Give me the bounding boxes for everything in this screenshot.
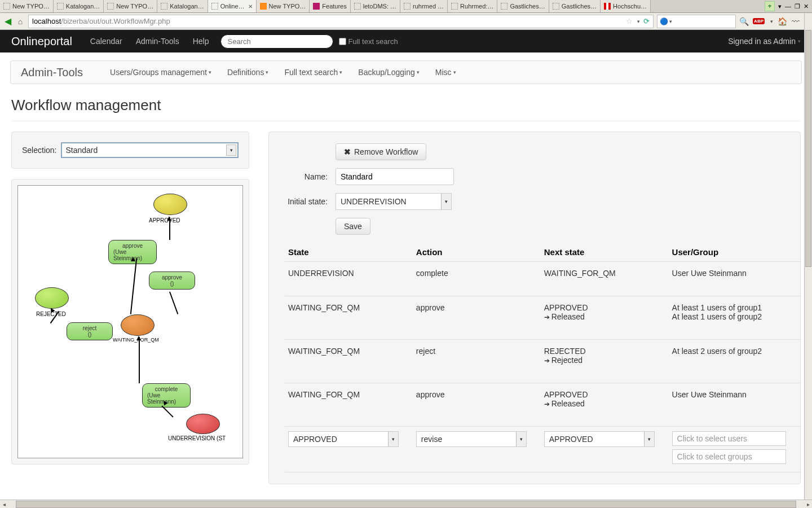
chevron-down-icon: ▾ <box>453 69 456 75</box>
back-button[interactable]: ◀ <box>3 17 12 26</box>
col-action: Action <box>413 243 541 262</box>
browser-tab[interactable]: letoDMS: … <box>351 0 400 12</box>
window-minimize-icon[interactable]: — <box>785 3 791 10</box>
col-state: State <box>285 243 413 262</box>
workflow-diagram-panel: APPROVED approve(Uwe Steinmann) approve(… <box>11 179 249 465</box>
remove-workflow-button[interactable]: ✖ Remove Workflow <box>336 143 426 160</box>
initial-state-select[interactable]: UNDERREVISION ▾ <box>336 193 452 210</box>
star-icon[interactable]: ☆ <box>626 17 633 25</box>
table-row: WAITING_FOR_QMapproveAPPROVED➔ReleasedAt… <box>285 296 800 340</box>
browser-tab[interactable]: Gastliches… <box>497 0 549 12</box>
search-engine-field[interactable]: 🔵▾ <box>657 15 736 28</box>
fulltext-checkbox-input[interactable] <box>339 38 346 45</box>
chevron-down-icon: ▾ <box>388 432 398 446</box>
signed-in-menu[interactable]: Signed in as Admin▾ <box>728 37 801 46</box>
workflow-form-panel: ✖ Remove Workflow Name: Initial state: U… <box>268 132 801 484</box>
favicon-generic-icon <box>354 3 361 10</box>
browser-tab[interactable]: Features <box>310 0 350 12</box>
workflow-selection-value: Standard <box>65 146 98 155</box>
browser-tab[interactable]: New TYPO… <box>0 0 54 12</box>
identity-icon[interactable]: ⌂ <box>16 17 25 26</box>
brand[interactable]: Onlineportal <box>11 35 72 48</box>
favicon-flag-icon <box>604 3 611 10</box>
nav-admin-tools[interactable]: Admin-Tools <box>129 37 186 46</box>
admin-users-groups[interactable]: Users/Groups management▾ <box>110 68 211 77</box>
reader-icon[interactable]: 🔍 <box>739 17 748 26</box>
scrollbar-thumb[interactable] <box>805 30 811 267</box>
admin-definitions[interactable]: Definitions▾ <box>227 68 268 77</box>
new-users-select[interactable]: Click to select users <box>672 431 786 446</box>
chevron-down-icon: ▾ <box>339 69 342 75</box>
chevron-down-icon: ▾ <box>798 38 801 44</box>
table-row: WAITING_FOR_QMapproveAPPROVED➔ReleasedUs… <box>285 383 800 427</box>
chevron-down-icon: ▾ <box>516 432 526 446</box>
cell-action: complete <box>413 262 541 296</box>
node-waiting-label: WAITING_FOR_QM <box>113 337 159 343</box>
browser-tab[interactable]: Gastliches… <box>549 0 601 12</box>
chevron-down-icon: ▾ <box>644 432 654 446</box>
browser-tab-active[interactable]: Online…✕ <box>208 0 257 12</box>
new-tab-button[interactable]: + <box>765 1 775 11</box>
new-transition-row: APPROVED▾ revise▾ APPROVED▾ Click to sel… <box>285 427 800 472</box>
chevron-down-icon[interactable]: ▾ <box>637 19 640 24</box>
browser-tab[interactable]: New TYPO… <box>104 0 157 12</box>
fulltext-label: Full text search <box>348 37 398 46</box>
new-next-state-select[interactable]: APPROVED▾ <box>544 431 655 447</box>
cell-user-group: At least 2 users of group2 <box>669 340 800 383</box>
save-button[interactable]: Save <box>336 218 370 235</box>
selection-label: Selection: <box>22 146 56 155</box>
window-close-icon[interactable]: ✕ <box>804 3 809 10</box>
nav-calendar[interactable]: Calendar <box>83 37 129 46</box>
vertical-scrollbar[interactable] <box>804 13 812 484</box>
fulltext-checkbox[interactable]: Full text search <box>339 37 398 46</box>
transitions-table: State Action Next state User/Group UNDER… <box>285 243 800 472</box>
arrow-right-icon: ➔ <box>544 313 550 321</box>
chevron-down-icon: ▾ <box>226 144 236 156</box>
admin-fulltext[interactable]: Full text search▾ <box>284 68 342 77</box>
admin-misc[interactable]: Misc▾ <box>435 68 456 77</box>
node-rejected <box>35 287 69 309</box>
chevron-down-icon[interactable]: ▾ <box>770 19 773 24</box>
chevron-down-icon: ▾ <box>417 69 420 75</box>
url-input[interactable]: localhost/bizerba/out/out.WorkflowMgr.ph… <box>28 15 654 28</box>
cell-state: UNDERREVISION <box>285 262 413 296</box>
cell-state: WAITING_FOR_QM <box>285 296 413 340</box>
sync-icon[interactable]: 〰 <box>791 17 800 26</box>
chevron-down-icon: ▾ <box>209 69 211 75</box>
address-bar: ◀ ⌂ localhost/bizerba/out/out.WorkflowMg… <box>0 13 812 30</box>
home-icon[interactable]: 🏠 <box>778 17 787 26</box>
initial-state-label: Initial state: <box>285 197 328 206</box>
chevron-down-icon: ▾ <box>266 69 268 75</box>
new-state-select[interactable]: APPROVED▾ <box>288 431 399 447</box>
nav-help[interactable]: Help <box>186 37 216 46</box>
new-action-select[interactable]: revise▾ <box>416 431 527 447</box>
admin-backup[interactable]: Backup/Logging▾ <box>358 68 419 77</box>
cell-state: WAITING_FOR_QM <box>285 383 413 427</box>
favicon-generic-icon <box>451 3 458 10</box>
cell-state: WAITING_FOR_QM <box>285 340 413 383</box>
new-groups-select[interactable]: Click to select groups <box>672 449 786 464</box>
window-maximize-icon[interactable]: ❐ <box>795 3 800 10</box>
browser-tab[interactable]: New TYPO… <box>257 0 310 12</box>
reload-icon[interactable]: ⟳ <box>643 17 650 25</box>
tab-list-dropdown[interactable]: ▾ <box>778 3 782 10</box>
cell-next-state: APPROVED➔Released <box>541 383 669 427</box>
name-input[interactable] <box>336 168 454 185</box>
browser-tab[interactable]: Ruhrmed:… <box>448 0 497 12</box>
browser-tab[interactable]: Katalogan… <box>157 0 208 12</box>
workflow-diagram: APPROVED approve(Uwe Steinmann) approve(… <box>17 185 243 458</box>
favicon-generic-icon <box>501 3 508 10</box>
workflow-selection[interactable]: Standard ▾ <box>61 142 239 158</box>
browser-tab[interactable]: ruhrmed … <box>400 0 448 12</box>
node-approve-empty: approve() <box>149 271 195 290</box>
page-title: Workflow management <box>11 97 801 114</box>
cell-action: reject <box>413 340 541 383</box>
table-row: WAITING_FOR_QMrejectREJECTED➔RejectedAt … <box>285 340 800 383</box>
search-input[interactable] <box>220 34 333 49</box>
close-icon[interactable]: ✕ <box>248 3 253 10</box>
favicon-generic-icon <box>211 3 218 10</box>
browser-tab[interactable]: Hochschu… <box>601 0 651 12</box>
browser-tab[interactable]: Katalogan… <box>54 0 104 12</box>
adblock-icon[interactable]: ABP <box>753 18 765 24</box>
chevron-down-icon[interactable]: ▾ <box>669 19 672 24</box>
